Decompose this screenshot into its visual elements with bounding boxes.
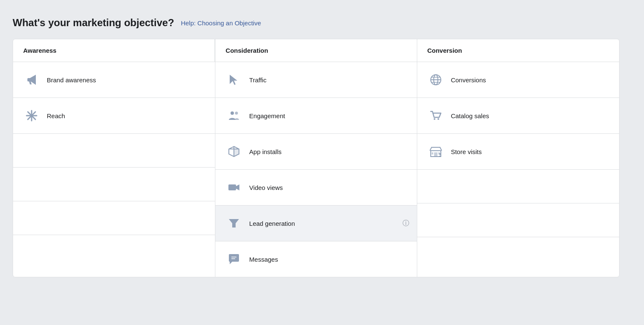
- store-visits-icon: [427, 143, 444, 160]
- consideration-header: Consideration: [215, 39, 416, 62]
- awareness-column: Awareness Brand awareness: [13, 39, 215, 277]
- brand-awareness-item[interactable]: Brand awareness: [13, 62, 215, 98]
- svg-point-5: [231, 111, 234, 115]
- catalog-sales-item[interactable]: Catalog sales: [417, 98, 619, 134]
- svg-point-27: [439, 153, 441, 155]
- awareness-body: Brand awareness Reach: [13, 62, 215, 269]
- video-views-item[interactable]: Video views: [215, 170, 416, 206]
- svg-rect-11: [228, 184, 236, 190]
- reach-item[interactable]: Reach: [13, 98, 215, 134]
- svg-point-22: [437, 118, 439, 120]
- lead-generation-icon: [225, 215, 242, 232]
- messages-icon: [225, 251, 242, 268]
- svg-rect-25: [432, 152, 433, 154]
- conversion-filler-3: [417, 237, 619, 271]
- svg-marker-13: [229, 219, 239, 228]
- conversion-column: Conversion Conversions: [417, 39, 619, 277]
- objective-table: Awareness Brand awareness: [13, 39, 620, 277]
- svg-point-21: [434, 118, 435, 120]
- awareness-filler-3: [13, 201, 215, 235]
- conversion-filler-2: [417, 203, 619, 237]
- lead-generation-info-icon[interactable]: ⓘ: [402, 219, 409, 228]
- reach-icon: [23, 107, 40, 124]
- app-installs-item[interactable]: App installs: [215, 134, 416, 170]
- help-link[interactable]: Help: Choosing an Objective: [181, 19, 261, 27]
- conversion-body: Conversions Catalog sales: [417, 62, 619, 271]
- page-title: What's your marketing objective?: [13, 17, 174, 29]
- consideration-column: Consideration Traffic: [215, 39, 417, 277]
- video-views-label: Video views: [249, 184, 283, 191]
- engagement-label: Engagement: [249, 112, 285, 119]
- awareness-filler-4: [13, 235, 215, 269]
- conversion-header: Conversion: [417, 39, 619, 62]
- page-header: What's your marketing objective? Help: C…: [13, 17, 631, 29]
- reach-label: Reach: [47, 112, 65, 119]
- store-visits-label: Store visits: [451, 148, 482, 155]
- engagement-icon: [225, 107, 242, 124]
- app-installs-label: App installs: [249, 148, 282, 155]
- conversions-icon: [427, 71, 444, 88]
- awareness-filler-1: [13, 134, 215, 168]
- brand-awareness-label: Brand awareness: [47, 76, 96, 84]
- video-views-icon: [225, 179, 242, 196]
- svg-marker-12: [236, 184, 239, 190]
- store-visits-item[interactable]: Store visits: [417, 134, 619, 170]
- svg-point-6: [235, 112, 238, 115]
- traffic-icon: [225, 71, 242, 88]
- traffic-item[interactable]: Traffic: [215, 62, 416, 98]
- lead-generation-item[interactable]: Lead generation ⓘ: [215, 206, 416, 241]
- consideration-body: Traffic Engagement: [215, 62, 416, 277]
- awareness-header: Awareness: [13, 39, 215, 62]
- messages-item[interactable]: Messages: [215, 241, 416, 277]
- app-installs-icon: [225, 143, 242, 160]
- conversion-filler-1: [417, 170, 619, 203]
- svg-rect-24: [434, 152, 437, 157]
- messages-label: Messages: [249, 256, 278, 263]
- conversions-label: Conversions: [451, 76, 486, 84]
- conversions-item[interactable]: Conversions: [417, 62, 619, 98]
- traffic-label: Traffic: [249, 76, 266, 84]
- catalog-sales-icon: [427, 107, 444, 124]
- engagement-item[interactable]: Engagement: [215, 98, 416, 134]
- lead-generation-label: Lead generation: [249, 220, 295, 227]
- brand-awareness-icon: [23, 71, 40, 88]
- svg-marker-4: [230, 75, 237, 85]
- catalog-sales-label: Catalog sales: [451, 112, 489, 119]
- awareness-filler-2: [13, 168, 215, 201]
